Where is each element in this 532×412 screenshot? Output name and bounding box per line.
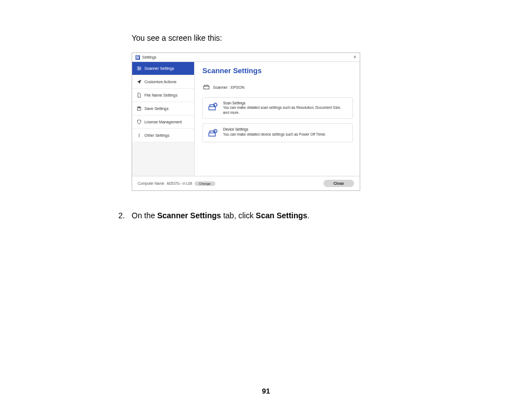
sidebar-item-scanner-settings[interactable]: Scanner Settings	[132, 62, 194, 75]
file-icon	[137, 93, 142, 98]
sidebar-item-file-name-settings[interactable]: File Name Settings	[132, 89, 194, 102]
computer-name-label: Computer Name	[138, 181, 165, 185]
card-title: Scan Settings	[223, 101, 348, 106]
svg-point-6	[139, 135, 140, 136]
svg-point-0	[138, 66, 139, 68]
dialog-footer: Computer Name A05370---V-L08 Change Clos…	[132, 176, 360, 190]
scanner-label: Scanner : EPSON	[213, 85, 244, 89]
sidebar-item-label: Save Settings	[144, 107, 168, 111]
more-icon	[137, 133, 142, 138]
intro-text: You see a screen like this:	[132, 33, 465, 42]
settings-screenshot: Settings × Scanner Settings Customize Ac…	[132, 52, 360, 191]
change-button[interactable]: Change	[195, 181, 215, 186]
main-panel: Scanner Settings Scanner : EPSON Scan Se…	[195, 62, 360, 176]
save-icon	[137, 106, 142, 111]
window-title: Settings	[142, 55, 354, 59]
panel-heading: Scanner Settings	[202, 66, 353, 75]
svg-point-7	[139, 136, 140, 137]
close-button[interactable]: Close	[323, 180, 354, 187]
scan-settings-icon	[207, 101, 219, 112]
scanner-row: Scanner : EPSON	[202, 82, 353, 93]
computer-name-value: A05370---V-L08	[167, 181, 192, 185]
device-settings-icon	[207, 127, 219, 138]
svg-rect-9	[209, 107, 216, 110]
sidebar-item-label: License Management	[144, 120, 182, 124]
card-title: Device Settings	[223, 127, 326, 132]
shield-icon	[137, 119, 142, 124]
send-icon	[137, 79, 142, 84]
sidebar-filler	[132, 142, 194, 176]
step-text: On the Scanner Settings tab, click Scan …	[132, 211, 309, 220]
sidebar-item-label: Customize Actions	[144, 80, 177, 84]
svg-rect-4	[138, 107, 140, 108]
card-desc: You can make detailed device settings su…	[223, 132, 326, 136]
svg-rect-8	[204, 86, 209, 89]
slider-icon	[137, 66, 142, 71]
svg-point-2	[138, 69, 139, 70]
page-number: 91	[0, 387, 532, 395]
svg-rect-11	[209, 133, 216, 136]
sidebar-item-label: File Name Settings	[144, 93, 177, 97]
sidebar-item-customize-actions[interactable]: Customize Actions	[132, 75, 194, 89]
sidebar-item-label: Scanner Settings	[144, 66, 174, 70]
scanner-icon	[203, 84, 210, 90]
svg-point-1	[139, 68, 141, 69]
sidebar-item-label: Other Settings	[144, 133, 170, 137]
card-device-settings[interactable]: Device Settings You can make detailed de…	[202, 123, 353, 142]
window-titlebar: Settings ×	[132, 53, 360, 62]
close-icon[interactable]: ×	[354, 55, 356, 60]
svg-point-13	[215, 131, 216, 132]
svg-point-5	[139, 134, 140, 135]
card-desc: You can make detailed scan settings such…	[223, 106, 341, 114]
sidebar: Scanner Settings Customize Actions File …	[132, 62, 195, 176]
app-icon	[136, 55, 140, 60]
sidebar-item-save-settings[interactable]: Save Settings	[132, 102, 194, 116]
sidebar-item-license-management[interactable]: License Management	[132, 116, 194, 129]
sidebar-item-other-settings[interactable]: Other Settings	[132, 129, 194, 142]
step-number: 2.	[112, 211, 125, 220]
step-2: 2. On the Scanner Settings tab, click Sc…	[112, 211, 465, 220]
card-scan-settings[interactable]: Scan Settings You can make detailed scan…	[202, 97, 353, 119]
